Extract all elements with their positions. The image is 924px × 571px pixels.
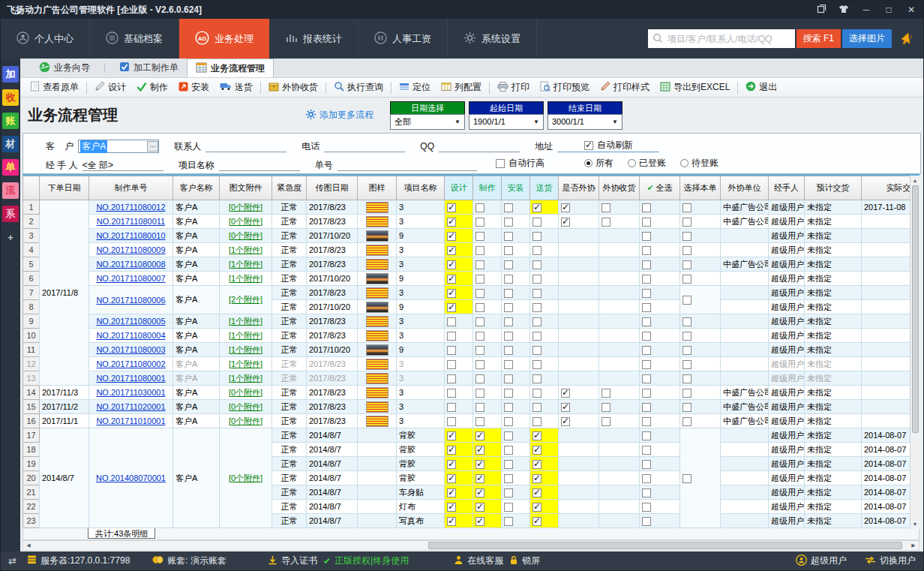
checkbox-checked-icon[interactable] <box>447 474 456 483</box>
checkbox-checked-icon[interactable] <box>532 474 542 483</box>
resize-handle-icon[interactable]: ⇄ <box>8 555 16 566</box>
column-header-1[interactable]: 下单日期 <box>40 176 89 200</box>
column-header-14[interactable]: 外协收货 <box>599 176 640 200</box>
checkbox-icon[interactable] <box>532 275 542 284</box>
checkbox-icon[interactable] <box>682 232 692 241</box>
checkbox-icon[interactable] <box>642 289 651 298</box>
checkbox-checked-icon[interactable] <box>447 246 456 255</box>
sidebar-item-4[interactable]: 材 <box>2 136 19 152</box>
checkbox-icon[interactable] <box>504 346 513 355</box>
checkbox-checked-icon[interactable] <box>532 460 542 469</box>
checkbox-icon[interactable] <box>642 218 651 227</box>
checkbox-checked-icon[interactable] <box>532 446 542 455</box>
order-link[interactable]: NO.201711080001 <box>96 374 165 383</box>
checkbox-icon[interactable] <box>476 303 484 312</box>
current-user[interactable]: 超级用户 <box>796 554 847 568</box>
checkbox-icon[interactable] <box>504 403 513 412</box>
checkbox-icon[interactable] <box>504 374 513 383</box>
checkbox-icon[interactable] <box>504 218 513 227</box>
checkbox-icon[interactable] <box>602 203 610 212</box>
checkbox-icon[interactable] <box>447 374 456 383</box>
checkbox-icon[interactable] <box>447 417 456 426</box>
customer-input[interactable]: 客户A ··· <box>78 140 159 153</box>
checkbox-icon[interactable] <box>682 403 692 412</box>
checkbox-checked-icon[interactable] <box>476 517 484 526</box>
horn-icon[interactable] <box>899 29 916 49</box>
table-row[interactable]: 172014/8/7NO.201408070001客户A[0个附件]正常2014… <box>23 428 910 443</box>
order-link[interactable]: NO.201711080008 <box>96 260 165 269</box>
order-link[interactable]: NO.201711080004 <box>96 331 165 340</box>
checkbox-icon[interactable] <box>504 360 513 369</box>
sidebar-item-7[interactable]: 系 <box>2 206 19 222</box>
checkbox-icon[interactable] <box>476 203 484 212</box>
column-header-12[interactable]: 送货 <box>530 176 559 200</box>
checkbox-icon[interactable] <box>682 332 692 341</box>
column-header-2[interactable]: 制作单号 <box>89 176 173 200</box>
checkbox-checked-icon[interactable] <box>561 203 570 212</box>
contact-input[interactable] <box>206 140 286 152</box>
attachment-link[interactable]: [0个附件] <box>229 402 262 411</box>
column-header-17[interactable]: 外协单位 <box>721 176 769 200</box>
checkbox-icon[interactable] <box>642 503 651 512</box>
toolbar-button-11[interactable]: 打印预览 <box>535 80 595 96</box>
poster-thumbnail-image[interactable] <box>366 401 388 413</box>
table-row[interactable]: 5NO.201711080008客户A[1个附件]正常2017/8/233中盛广… <box>23 257 910 272</box>
checkbox-checked-icon[interactable] <box>476 460 484 469</box>
checkbox-checked-icon[interactable] <box>447 203 456 212</box>
checkbox-icon[interactable] <box>682 260 692 269</box>
skin-icon[interactable] <box>838 5 850 16</box>
scroll-down-arrow[interactable]: ▼ <box>913 519 918 529</box>
pick-image-button[interactable]: 选择图片 <box>842 29 892 48</box>
checkbox-icon[interactable] <box>682 474 692 483</box>
toolbar-button-9[interactable]: 列配置 <box>436 80 487 96</box>
nav-item-list[interactable]: 基础档案 <box>90 19 179 59</box>
vertical-scroll-thumb[interactable] <box>912 185 919 433</box>
checkbox-icon[interactable] <box>642 403 651 412</box>
table-row[interactable]: 2NO.201711080011客户A[0个附件]正常2017/8/233中盛广… <box>23 215 910 229</box>
minimize-button[interactable]: ─ <box>860 5 872 15</box>
checkbox-icon[interactable] <box>532 232 542 241</box>
checkbox-icon[interactable] <box>682 296 692 305</box>
checkbox-icon[interactable] <box>682 417 692 426</box>
table-row[interactable]: 6NO.201711080007客户A[1个附件]正常2017/10/209超级… <box>23 272 910 286</box>
attachment-link[interactable]: [1个附件] <box>229 374 262 383</box>
order-link[interactable]: NO.201711020001 <box>96 402 165 411</box>
checkbox-icon[interactable] <box>602 389 610 398</box>
checkbox-icon[interactable] <box>476 289 484 298</box>
checkbox-icon[interactable] <box>642 488 651 497</box>
checkbox-icon[interactable] <box>602 403 610 412</box>
order-link[interactable]: NO.201711080007 <box>96 274 165 283</box>
checkbox-icon[interactable] <box>532 317 542 326</box>
table-row[interactable]: 9NO.201711080005客户A[1个附件]正常2017/8/233超级用… <box>23 314 910 329</box>
horizontal-scrollbar[interactable]: ◀ ▶ <box>22 540 920 551</box>
checkbox-icon[interactable] <box>447 403 456 412</box>
checkbox-icon[interactable] <box>504 503 513 512</box>
toolbar-button-7[interactable]: 执行查询 <box>328 80 388 96</box>
checkbox-icon[interactable] <box>476 332 484 341</box>
sunset-thumbnail-image[interactable] <box>366 230 388 242</box>
checkbox-icon[interactable] <box>642 474 651 483</box>
checkbox-icon[interactable] <box>504 488 513 497</box>
checkbox-icon[interactable] <box>504 431 513 440</box>
checkbox-checked-icon[interactable] <box>476 503 484 512</box>
checkbox-icon[interactable] <box>532 403 542 412</box>
checkbox-checked-icon[interactable] <box>532 517 542 526</box>
checkbox-icon[interactable] <box>682 346 692 355</box>
checkbox-checked-icon[interactable] <box>532 431 542 440</box>
checkbox-icon[interactable] <box>642 360 651 369</box>
checkbox-icon[interactable] <box>476 232 484 241</box>
table-row[interactable]: 10NO.201711080004客户A[1个附件]正常2017/8/233超级… <box>23 329 910 343</box>
column-header-5[interactable]: 紧急度 <box>272 176 307 200</box>
end-date-select[interactable]: 3000/1/1▼ <box>548 114 622 130</box>
auto-row-height-checkbox[interactable]: 自动行高 <box>496 157 544 170</box>
checkbox-checked-icon[interactable] <box>561 218 570 227</box>
checkbox-icon[interactable] <box>476 346 484 355</box>
checkbox-icon[interactable] <box>476 360 484 369</box>
checkbox-icon[interactable] <box>504 474 513 483</box>
poster-thumbnail-image[interactable] <box>366 287 388 299</box>
poster-thumbnail-image[interactable] <box>366 359 388 370</box>
checkbox-icon[interactable] <box>532 260 542 269</box>
add-more-flow-link[interactable]: 添加更多流程 <box>305 109 374 122</box>
radio-booked[interactable]: 已登账 <box>628 157 666 170</box>
attachment-link[interactable]: [1个附件] <box>229 245 262 254</box>
